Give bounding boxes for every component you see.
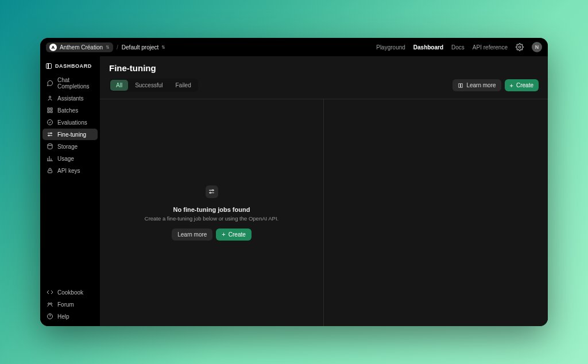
learn-more-button[interactable]: Learn more (452, 79, 501, 91)
sidebar-item-evaluations[interactable]: Evaluations (42, 117, 98, 128)
empty-state-subtitle: Create a fine-tuning job below or using … (145, 215, 278, 222)
sidebar-header: DASHBOARD (42, 62, 98, 75)
create-button[interactable]: + Create (505, 79, 539, 91)
svg-rect-3 (51, 108, 52, 110)
org-name: Anthem Création (60, 44, 103, 51)
detail-pane (324, 99, 548, 326)
sidebar-footer-label: Help (57, 313, 69, 320)
sidebar-item-label: Evaluations (57, 119, 87, 126)
empty-create-label: Create (229, 231, 246, 238)
svg-rect-2 (48, 108, 49, 110)
nav-docs[interactable]: Docs (451, 44, 465, 51)
main-content: Fine-tuning All Successful Failed Lea (100, 56, 548, 326)
page-title: Fine-tuning (109, 63, 539, 73)
svg-point-1 (49, 96, 51, 98)
project-switcher[interactable]: Default project ⇅ (122, 44, 165, 51)
sidebar: DASHBOARD Chat Completions Assistants Ba… (40, 56, 100, 326)
sidebar-item-fine-tuning[interactable]: Fine-tuning (42, 129, 98, 140)
chat-icon (47, 80, 53, 87)
sidebar-item-label: Chat Completions (57, 77, 94, 90)
sidebar-item-label: Usage (57, 156, 74, 162)
panel-icon (46, 63, 52, 69)
content-area: No fine-tuning jobs found Create a fine-… (100, 99, 548, 326)
org-logo: A (49, 44, 57, 51)
sidebar-item-usage[interactable]: Usage (42, 153, 98, 164)
sidebar-item-label: Batches (57, 107, 78, 114)
empty-state-title: No fine-tuning jobs found (173, 206, 250, 213)
help-icon (47, 313, 53, 320)
evaluations-icon (47, 119, 53, 126)
book-icon (458, 83, 463, 88)
sidebar-item-storage[interactable]: Storage (42, 141, 98, 152)
sidebar-footer-label: Cookbook (57, 289, 83, 296)
sidebar-item-assistants[interactable]: Assistants (42, 92, 98, 104)
svg-rect-4 (48, 111, 49, 113)
batches-icon (47, 107, 53, 114)
sidebar-item-label: Fine-tuning (57, 131, 86, 138)
svg-rect-5 (51, 111, 52, 113)
svg-point-15 (210, 192, 211, 193)
storage-icon (47, 143, 53, 150)
sidebar-item-chat-completions[interactable]: Chat Completions (42, 75, 98, 92)
create-label: Create (516, 82, 533, 88)
usage-icon (47, 155, 53, 162)
sliders-icon (47, 131, 53, 138)
svg-point-8 (48, 135, 49, 136)
sidebar-footer-help[interactable]: Help (42, 311, 98, 322)
sidebar-footer-cookbook[interactable]: Cookbook (42, 286, 98, 298)
sidebar-item-api-keys[interactable]: API keys (42, 165, 98, 176)
jobs-list-pane: No fine-tuning jobs found Create a fine-… (100, 99, 324, 326)
tab-successful[interactable]: Successful (129, 80, 168, 91)
forum-icon (47, 301, 53, 308)
gear-icon[interactable] (516, 43, 524, 51)
sliders-icon (206, 185, 218, 198)
nav-api-reference[interactable]: API reference (473, 44, 508, 51)
avatar[interactable]: N (532, 42, 542, 52)
code-icon (47, 289, 53, 296)
empty-learn-more-button[interactable]: Learn more (172, 229, 212, 241)
chevron-updown-icon: ⇅ (161, 45, 165, 50)
svg-point-7 (51, 133, 52, 134)
svg-point-11 (48, 303, 50, 305)
svg-point-9 (48, 144, 52, 146)
breadcrumb-separator: / (117, 44, 118, 51)
tab-all[interactable]: All (110, 80, 128, 91)
filter-tabs: All Successful Failed (109, 79, 198, 92)
empty-create-button[interactable]: + Create (216, 229, 251, 241)
app-window: A Anthem Création ⇅ / Default project ⇅ … (40, 38, 548, 326)
svg-point-6 (48, 120, 53, 125)
assistant-icon (47, 95, 53, 102)
svg-point-14 (212, 189, 214, 191)
toolbar: All Successful Failed Learn more (109, 79, 539, 92)
org-switcher[interactable]: A Anthem Création ⇅ (46, 42, 113, 52)
svg-rect-10 (48, 171, 52, 173)
empty-state: No fine-tuning jobs found Create a fine-… (145, 185, 278, 241)
sidebar-item-label: Storage (57, 144, 78, 150)
sidebar-header-label: DASHBOARD (55, 63, 92, 69)
learn-more-label: Learn more (466, 82, 496, 88)
sidebar-item-label: Assistants (57, 95, 84, 102)
sidebar-item-label: API keys (57, 168, 80, 174)
sidebar-footer-label: Forum (57, 301, 74, 308)
nav-playground[interactable]: Playground (376, 44, 405, 51)
nav-dashboard[interactable]: Dashboard (413, 44, 443, 51)
topbar: A Anthem Création ⇅ / Default project ⇅ … (40, 38, 548, 56)
svg-point-12 (51, 303, 52, 305)
tab-failed[interactable]: Failed (169, 80, 196, 91)
project-name: Default project (122, 44, 158, 51)
sidebar-footer-forum[interactable]: Forum (42, 299, 98, 310)
lock-icon (47, 167, 53, 174)
svg-point-0 (519, 46, 521, 48)
chevron-updown-icon: ⇅ (106, 45, 110, 50)
top-nav: Playground Dashboard Docs API reference … (376, 42, 542, 52)
sidebar-item-batches[interactable]: Batches (42, 104, 98, 116)
